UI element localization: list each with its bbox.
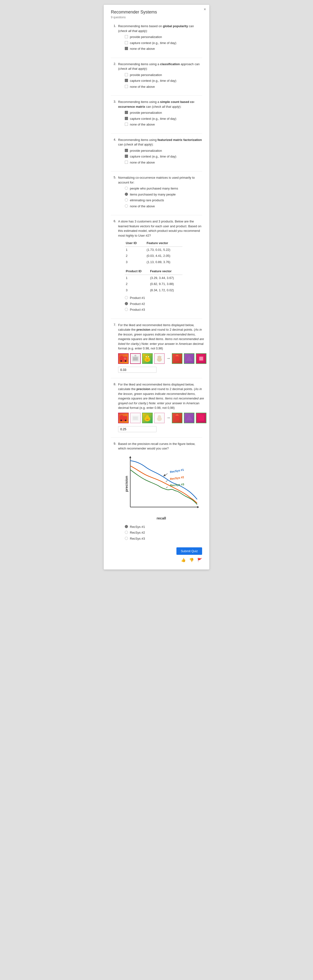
toy-image-1: [118, 413, 129, 423]
q3-text: Recommending items using a simple count …: [118, 100, 202, 109]
checkbox-checked[interactable]: [125, 154, 128, 158]
radio-unchecked[interactable]: [125, 531, 128, 534]
svg-marker-34: [175, 414, 179, 415]
q6-text: A store has 3 customers and 3 products. …: [118, 219, 202, 238]
q1-number: 1.: [111, 24, 116, 28]
option-item[interactable]: capture context (e.g., time of day): [125, 41, 202, 45]
divider: [111, 215, 202, 215]
svg-marker-18: [175, 355, 179, 356]
option-item[interactable]: Product #3: [125, 307, 202, 312]
modal-title: Recommender Systems: [111, 10, 202, 15]
close-button[interactable]: ×: [204, 7, 206, 11]
option-item[interactable]: none of the above: [125, 204, 202, 209]
toy-image-3: [142, 413, 153, 423]
option-item[interactable]: capture context (e.g., time of day): [125, 116, 202, 121]
checkbox-checked[interactable]: [125, 79, 128, 82]
checkbox-unchecked[interactable]: [125, 41, 128, 44]
q8-text: For the liked and recommended items disp…: [118, 382, 206, 410]
toy-image-6: [184, 413, 194, 423]
q9-number: 9.: [111, 442, 116, 445]
radio-checked[interactable]: [125, 192, 128, 196]
svg-point-25: [125, 420, 126, 421]
svg-text:RecSys #3: RecSys #3: [170, 482, 184, 487]
radio-checked[interactable]: [125, 525, 128, 528]
user-table: User ID Feature vector 1(1.73, 0.01, 5.2…: [125, 240, 182, 265]
checkbox-checked[interactable]: [125, 149, 128, 152]
svg-line-45: [166, 480, 168, 482]
option-item[interactable]: provide personalization: [125, 110, 202, 115]
q3-number: 3.: [111, 100, 116, 103]
checkbox-checked[interactable]: [125, 111, 128, 114]
svg-text:RecSys #2: RecSys #2: [170, 475, 184, 480]
q3-options: provide personalization capture context …: [125, 110, 202, 127]
option-item[interactable]: capture context (e.g., time of day): [125, 154, 202, 159]
checkbox-unchecked[interactable]: [125, 35, 128, 38]
svg-rect-17: [175, 356, 179, 361]
svg-point-7: [134, 355, 136, 356]
checkbox-checked[interactable]: [125, 117, 128, 120]
toy-image-5: [172, 413, 182, 423]
option-item[interactable]: eliminating rare products: [125, 198, 202, 203]
option-item[interactable]: none of the above: [125, 84, 202, 89]
option-item[interactable]: none of the above: [125, 46, 202, 51]
checkbox-unchecked[interactable]: [125, 123, 128, 126]
q5-text: Normalizing co-occurrence matrices is us…: [118, 175, 202, 185]
question-7: 7. For the liked and recommended items d…: [111, 323, 202, 373]
svg-rect-6: [133, 357, 138, 361]
svg-rect-2: [124, 358, 126, 360]
option-item[interactable]: RecSys #2: [125, 530, 202, 535]
submit-quiz-button[interactable]: Submit Quiz: [176, 547, 202, 555]
svg-marker-35: [186, 415, 193, 420]
radio-checked[interactable]: [125, 302, 128, 305]
option-item[interactable]: provide personalization: [125, 73, 202, 78]
option-item[interactable]: provide personalization: [125, 35, 202, 40]
table-row: 3(1.13, 0.89, 3.76): [125, 259, 182, 265]
thumbs-down-icon[interactable]: 👎: [189, 558, 194, 562]
user-table-header-id: User ID: [125, 240, 146, 247]
option-item[interactable]: capture context (e.g., time of day): [125, 78, 202, 83]
question-6: 6. A store has 3 customers and 3 product…: [111, 219, 202, 313]
svg-rect-1: [120, 356, 123, 358]
option-item[interactable]: items purchased by many people: [125, 192, 202, 197]
svg-marker-40: [129, 456, 131, 458]
precision-recall-chart: RecSys #1 RecSys #2 RecSys #3: [128, 454, 200, 514]
radio-unchecked[interactable]: [125, 308, 128, 311]
checkbox-unchecked[interactable]: [125, 161, 128, 164]
option-item[interactable]: none of the above: [125, 122, 202, 127]
arrow-separator: →: [166, 415, 171, 421]
question-5: 5. Normalizing co-occurrence matrices is…: [111, 175, 202, 210]
radio-unchecked[interactable]: [125, 537, 128, 540]
q7-answer-input[interactable]: [118, 367, 156, 373]
q9-text: Based on the precision-recall curves in …: [118, 442, 202, 451]
svg-marker-39: [197, 506, 199, 508]
q4-options: provide personalization capture context …: [125, 148, 202, 165]
table-row: 1(1.73, 0.01, 5.22): [125, 247, 182, 253]
radio-unchecked[interactable]: [125, 204, 128, 208]
checkbox-checked[interactable]: [125, 47, 128, 50]
svg-point-9: [146, 356, 149, 359]
radio-unchecked[interactable]: [125, 187, 128, 190]
table-row: 2(0.82, 9.71, 3.88): [125, 281, 182, 287]
q1-options: provide personalization capture context …: [125, 35, 202, 51]
q2-number: 2.: [111, 62, 116, 66]
option-item[interactable]: provide personalization: [125, 148, 202, 153]
q8-answer-input[interactable]: [118, 426, 156, 432]
q7-image-row: →: [118, 353, 206, 364]
flag-icon[interactable]: 🚩: [197, 558, 202, 562]
toy-image-3: [142, 353, 153, 364]
option-item[interactable]: Product #1: [125, 296, 202, 301]
thumbs-up-icon[interactable]: 👍: [181, 558, 186, 562]
option-item[interactable]: none of the above: [125, 160, 202, 165]
checkbox-unchecked[interactable]: [125, 85, 128, 88]
svg-line-46: [166, 487, 168, 488]
radio-unchecked[interactable]: [125, 199, 128, 202]
option-item[interactable]: Product #2: [125, 302, 202, 306]
footer-icons: 👍 👎 🚩: [111, 558, 202, 562]
toy-image-7: [196, 413, 206, 423]
q7-text: For the liked and recommended items disp…: [118, 323, 206, 351]
option-item[interactable]: RecSys #1: [125, 525, 202, 529]
checkbox-unchecked[interactable]: [125, 73, 128, 76]
option-item[interactable]: RecSys #3: [125, 536, 202, 541]
option-item[interactable]: people who purchased many items: [125, 186, 202, 191]
radio-unchecked[interactable]: [125, 296, 128, 299]
